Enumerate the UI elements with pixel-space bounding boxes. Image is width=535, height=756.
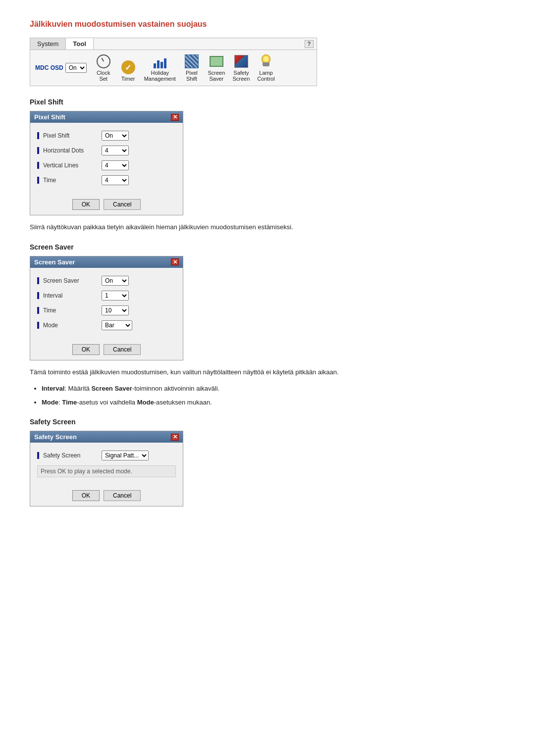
mode-text3: -asetuksen mukaan. <box>154 399 212 406</box>
toolbar-body: MDC OSD On Off Clock Set ✓ Timer <box>30 50 317 86</box>
screen-saver-ok-button[interactable]: OK <box>72 344 100 355</box>
interval-select[interactable]: 123 <box>102 291 129 301</box>
mode-text2: -asetus voi vaihdella <box>77 399 137 406</box>
horizontal-dots-control: 4123 <box>102 146 129 155</box>
screen-saver-dialog-footer: OK Cancel <box>30 340 183 360</box>
pixel-shift-time-label: Time <box>37 177 102 184</box>
safety-screen-dialog: Safety Screen ✕ Safety Screen Signal Pat… <box>30 431 183 506</box>
vertical-lines-label: Vertical Lines <box>37 162 102 169</box>
horizontal-dots-label: Horizontal Dots <box>37 147 102 154</box>
table-row: Pixel Shift OnOff <box>37 131 176 141</box>
mdc-osd-label: MDC OSD <box>35 64 63 71</box>
safety-screen-dialog-footer: OK Cancel <box>30 486 183 506</box>
lamp-control-icon-item[interactable]: Lamp Control <box>257 54 275 82</box>
pixel-shift-close-button[interactable]: ✕ <box>171 114 179 121</box>
row-indicator <box>37 132 39 139</box>
pixel-shift-time-select[interactable]: 4123 <box>102 175 129 185</box>
help-button[interactable]: ? <box>305 40 314 48</box>
list-item: Interval: Määritä Screen Saver-toiminnon… <box>42 384 505 394</box>
screen-saver-section-heading: Screen Saver <box>30 243 505 251</box>
horizontal-dots-select[interactable]: 4123 <box>102 146 129 155</box>
table-row: Safety Screen Signal Patt...OnOff <box>37 451 176 460</box>
tab-tool[interactable]: Tool <box>66 38 93 50</box>
screen-saver-bold: Screen Saver <box>91 385 132 392</box>
row-indicator <box>37 162 39 169</box>
toolbar-icons: Clock Set ✓ Timer <box>95 54 275 82</box>
safety-screen-icon-item[interactable]: Safety Screen <box>232 54 250 82</box>
pixel-shift-cancel-button[interactable]: Cancel <box>104 199 141 210</box>
safety-screen-value-select[interactable]: Signal Patt...OnOff <box>102 451 149 460</box>
holiday-management-icon-item[interactable]: Holiday Management <box>144 54 176 82</box>
row-indicator <box>37 322 39 329</box>
safety-screen-close-button[interactable]: ✕ <box>171 434 179 441</box>
safety-screen-row-label: Safety Screen <box>37 452 102 459</box>
screen-saver-cancel-button[interactable]: Cancel <box>104 344 141 355</box>
screen-saver-close-button[interactable]: ✕ <box>171 258 179 265</box>
toolbar-tabs: System Tool <box>30 38 317 50</box>
screen-saver-time-label: Time <box>37 307 102 314</box>
safety-screen-section-heading: Safety Screen <box>30 418 505 426</box>
pixel-shift-row-label: Pixel Shift <box>37 132 102 139</box>
screen-saver-row-label: Screen Saver <box>37 277 102 284</box>
safety-screen-label-line1: Safety <box>233 70 249 76</box>
mdc-osd-group: MDC OSD On Off <box>35 63 87 73</box>
vertical-lines-select[interactable]: 4123 <box>102 160 129 170</box>
interval-control: 123 <box>102 291 129 301</box>
screen-saver-label-line2: Saver <box>210 76 224 82</box>
interval-bold: Interval <box>42 385 64 392</box>
screen-saver-value-select[interactable]: OnOff <box>102 276 129 286</box>
interval-label: Interval <box>37 292 102 299</box>
list-item: Mode: Time-asetus voi vaihdella Mode-ase… <box>42 398 505 407</box>
screen-saver-dialog-titlebar: Screen Saver ✕ <box>30 256 183 268</box>
table-row: Time 4123 <box>37 175 176 185</box>
table-row: Mode BarEraserPixel <box>37 320 176 330</box>
holiday-label-line1: Holiday <box>151 70 169 76</box>
tab-system[interactable]: System <box>30 38 66 50</box>
screen-saver-time-control: 1051520 <box>102 305 129 315</box>
table-row: Screen Saver OnOff <box>37 276 176 286</box>
screen-saver-icon-item[interactable]: Screen Saver <box>208 54 225 82</box>
clock-set-label-line1: Clock <box>97 70 110 76</box>
timer-icon-item[interactable]: ✓ Timer <box>119 60 137 82</box>
pixel-shift-ok-button[interactable]: OK <box>72 199 100 210</box>
pixel-shift-description: Siirrä näyttökuvan paikkaa tietyin aikav… <box>30 222 505 232</box>
row-indicator <box>37 307 39 314</box>
pixel-shift-dialog-title: Pixel Shift <box>34 113 65 121</box>
table-row: Interval 123 <box>37 291 176 301</box>
screen-saver-description: Tämä toiminto estää jälkikuvien muodostu… <box>30 367 505 377</box>
pixel-shift-row-control: OnOff <box>102 131 129 141</box>
lamp-control-label-line1: Lamp <box>259 70 273 76</box>
mdc-osd-select[interactable]: On Off <box>65 63 87 73</box>
table-row: Horizontal Dots 4123 <box>37 146 176 155</box>
pixel-shift-icon-item[interactable]: Pixel Shift <box>183 54 201 82</box>
row-indicator <box>37 277 39 284</box>
toolbar-container: ? System Tool MDC OSD On Off Clock Set <box>30 38 317 86</box>
pixel-shift-dialog-footer: OK Cancel <box>30 195 183 215</box>
mode-bold2: Mode <box>137 399 154 406</box>
lamp-control-label-line2: Control <box>257 76 274 82</box>
screen-saver-dialog: Screen Saver ✕ Screen Saver OnOff Interv… <box>30 256 183 360</box>
mode-select[interactable]: BarEraserPixel <box>102 320 132 330</box>
screen-saver-time-select[interactable]: 1051520 <box>102 305 129 315</box>
pixel-shift-section-heading: Pixel Shift <box>30 98 505 106</box>
safety-screen-label-line2: Screen <box>232 76 250 82</box>
pixel-shift-dialog: Pixel Shift ✕ Pixel Shift OnOff Horizont… <box>30 111 183 215</box>
table-row: Vertical Lines 4123 <box>37 160 176 170</box>
page-title: Jälkikuvien muodostumisen vastainen suoj… <box>30 20 505 29</box>
clock-set-icon-item[interactable]: Clock Set <box>95 54 112 82</box>
safety-screen-cancel-button[interactable]: Cancel <box>104 490 141 501</box>
screen-saver-row-control: OnOff <box>102 276 129 286</box>
timer-label: Timer <box>121 76 135 82</box>
pixel-shift-value-select[interactable]: OnOff <box>102 131 129 141</box>
safety-screen-note: Press OK to play a selected mode. <box>37 465 176 477</box>
vertical-lines-control: 4123 <box>102 160 129 170</box>
pixel-shift-time-control: 4123 <box>102 175 129 185</box>
screen-saver-dialog-body: Screen Saver OnOff Interval 123 <box>30 268 183 340</box>
mode-label: Mode <box>37 322 102 329</box>
safety-screen-dialog-titlebar: Safety Screen ✕ <box>30 431 183 443</box>
bullet-list: Interval: Määritä Screen Saver-toiminnon… <box>42 384 505 407</box>
row-indicator <box>37 177 39 184</box>
mode-bold: Mode <box>42 399 58 406</box>
row-indicator <box>37 147 39 154</box>
safety-screen-ok-button[interactable]: OK <box>72 490 100 501</box>
